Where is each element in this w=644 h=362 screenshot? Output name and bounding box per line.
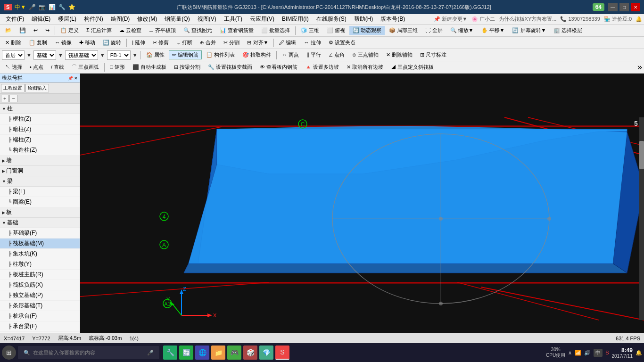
split-by-beam-btn[interactable]: ⊟ 按梁分割 bbox=[171, 63, 204, 72]
taskbar-app-2[interactable]: 🔄 bbox=[179, 346, 193, 360]
item-raft-foundation[interactable]: ┣筏板基础(M) bbox=[0, 239, 80, 249]
extend-btn[interactable]: | 延伸 bbox=[129, 38, 149, 47]
search-bar[interactable]: 🔍 在这里输入你要搜索的内容 🎤 bbox=[18, 346, 159, 359]
align-btn[interactable]: ⊟ 对齐▼ bbox=[244, 38, 272, 47]
minimize-button[interactable]: — bbox=[608, 3, 618, 11]
maximize-button[interactable]: □ bbox=[619, 3, 629, 11]
floor-select[interactable]: 首层 bbox=[2, 50, 25, 60]
new-change-btn[interactable]: 📌 新建变更▼ bbox=[434, 16, 468, 23]
taskbar-app-7[interactable]: 💎 bbox=[259, 346, 273, 360]
move-btn[interactable]: ✚ 移动 bbox=[76, 38, 99, 47]
taskbar-app-ggj[interactable]: S bbox=[275, 346, 289, 360]
menu-tools[interactable]: 工具(T) bbox=[220, 15, 246, 24]
item-ring-beam[interactable]: ┗圈梁(E) bbox=[0, 197, 80, 207]
cancel-slope-btn[interactable]: ✕ 取消所有边坡 bbox=[343, 63, 387, 72]
item-frame-column[interactable]: ┣框柱(Z) bbox=[0, 114, 80, 124]
zoom-btn[interactable]: 🔍 缩放▼ bbox=[447, 26, 477, 35]
menu-rebar[interactable]: 钢筋量(Q) bbox=[161, 15, 193, 24]
three-point-raft-btn[interactable]: ◢ 三点定义斜筏板 bbox=[388, 63, 437, 72]
sidebar-close-btn[interactable]: ✕ bbox=[74, 76, 78, 81]
menu-online[interactable]: 在线服务(S) bbox=[313, 15, 350, 24]
calc-btn[interactable]: Σ 汇总计算 bbox=[83, 26, 115, 35]
item-pile-cap-beam[interactable]: ┣承台梁(F) bbox=[0, 321, 80, 332]
point-btn[interactable]: • 点点 bbox=[26, 63, 47, 72]
save-btn[interactable]: 💾 bbox=[16, 26, 29, 34]
parallel-btn[interactable]: ∥ 平行 bbox=[303, 50, 324, 59]
base-select[interactable]: 基础 bbox=[33, 50, 56, 60]
section-column-label[interactable]: ▼ 柱 bbox=[0, 104, 80, 114]
split-btn[interactable]: ✂ 分割 bbox=[220, 38, 243, 47]
fullscreen-btn[interactable]: ⛶ 全屏 bbox=[422, 26, 446, 35]
item-pit[interactable]: ┣集水坑(K) bbox=[0, 249, 80, 259]
pick-elem-btn[interactable]: 🎯 抬取构件 bbox=[239, 50, 274, 59]
notification-icon[interactable]: 🔔 bbox=[636, 350, 642, 356]
level-top-btn[interactable]: ⚊ 齐平板顶 bbox=[146, 26, 179, 35]
define-btn[interactable]: 📋 定义 bbox=[57, 26, 82, 35]
taskbar-app-3[interactable]: 🌐 bbox=[195, 346, 209, 360]
expand-toolbar-btn[interactable]: » bbox=[637, 62, 642, 72]
mirror-btn[interactable]: ↔ 镜像 bbox=[51, 38, 75, 47]
select-tool-btn[interactable]: ↖ 选择 bbox=[2, 63, 25, 72]
select-floor-btn[interactable]: 🏢 选择楼层 bbox=[550, 26, 586, 35]
menu-modify[interactable]: 修改(M) bbox=[133, 15, 161, 24]
item-isolated-found[interactable]: ┣独立基础(P) bbox=[0, 290, 80, 301]
local-3d-btn[interactable]: 📦 局部三维 bbox=[386, 26, 421, 35]
open-btn[interactable]: 📂 bbox=[2, 26, 15, 34]
section-slab-label[interactable]: ▶ 板 bbox=[0, 207, 80, 218]
menu-bim[interactable]: BIM应用(I) bbox=[278, 15, 313, 24]
tray-arrow[interactable]: ∧ bbox=[568, 350, 572, 356]
taskbar-app-4[interactable]: 📁 bbox=[211, 346, 225, 360]
item-col-head[interactable]: ┣柱墩(Y) bbox=[0, 259, 80, 270]
elem-list-btn[interactable]: 📋 构件列表 bbox=[203, 50, 238, 59]
undo-btn[interactable]: ↩ bbox=[30, 26, 41, 34]
arc-btn[interactable]: ⌒ 三点画弧 bbox=[68, 63, 102, 72]
delete-btn[interactable]: ✕ 删除 bbox=[2, 38, 25, 47]
3d-btn[interactable]: 🧊 三维 bbox=[297, 26, 322, 35]
taskbar-app-6[interactable]: 🎲 bbox=[243, 346, 257, 360]
set-slope-btn[interactable]: 🔺 设置多边坡 bbox=[302, 63, 342, 72]
line-btn[interactable]: / 直线 bbox=[48, 63, 67, 72]
taskbar-app-1[interactable]: 🔧 bbox=[163, 346, 177, 360]
menu-file[interactable]: 文件(F) bbox=[2, 15, 28, 24]
section-foundation-label[interactable]: ▼ 基础 bbox=[0, 218, 80, 228]
two-point-btn[interactable]: ↔ 两点 bbox=[279, 50, 302, 59]
section-beam-label[interactable]: ▼ 梁 bbox=[0, 176, 80, 187]
menu-cloud[interactable]: 云应用(V) bbox=[246, 15, 278, 24]
stretch-btn[interactable]: ↔ 拉伸 bbox=[301, 38, 324, 47]
view-rebar-btn[interactable]: 📊 查看钢筋量 bbox=[216, 26, 257, 35]
edit-rebar-btn[interactable]: ✏ 编辑钢筋 bbox=[169, 50, 202, 59]
trim-btn[interactable]: ✂ 修剪 bbox=[149, 38, 172, 47]
item-struct-column[interactable]: ┗构造柱(Z) bbox=[0, 145, 80, 156]
grip-btn[interactable]: ⚙ 设置夹点 bbox=[325, 38, 359, 47]
menu-help[interactable]: 帮助(H) bbox=[350, 15, 377, 24]
point-angle-btn[interactable]: ∠ 点角 bbox=[325, 50, 348, 59]
project-settings-btn[interactable]: 工程设置 bbox=[1, 84, 25, 92]
screen-rotate-btn[interactable]: 🔄 屏幕旋转▼ bbox=[509, 26, 549, 35]
find-elem-btn[interactable]: 🔍 查找图元 bbox=[180, 26, 215, 35]
type-select[interactable]: 筏板基础 bbox=[65, 50, 98, 60]
pan-btn[interactable]: ✋ 平移▼ bbox=[478, 26, 508, 35]
item-end-column[interactable]: ┣端柱(Z) bbox=[0, 135, 80, 145]
viewport[interactable]: C A 4 5 A1 Z bbox=[80, 74, 644, 362]
dynamic-observe-btn[interactable]: 🔄 动态观察 bbox=[349, 26, 385, 35]
menu-view[interactable]: 视图(V) bbox=[194, 15, 220, 24]
section-door-label[interactable]: ▶ 门窗洞 bbox=[0, 166, 80, 176]
break-btn[interactable]: ⌄ 打断 bbox=[173, 38, 196, 47]
three-point-axis-btn[interactable]: ⊕ 三点辅轴 bbox=[349, 50, 382, 59]
item-foundation-beam[interactable]: ┣基础梁(F) bbox=[0, 228, 80, 239]
menu-floor[interactable]: 楼层(L) bbox=[54, 15, 80, 24]
dim-btn[interactable]: ⊞ 尺寸标注 bbox=[417, 50, 450, 59]
item-beam[interactable]: ┣梁(L) bbox=[0, 187, 80, 197]
menu-draw[interactable]: 绘图(D) bbox=[107, 15, 134, 24]
item-pile-cap[interactable]: ┣桩承台(F) bbox=[0, 311, 80, 321]
item-hidden-column[interactable]: ┣暗柱(Z) bbox=[0, 124, 80, 135]
auto-gen-btn[interactable]: ⬛ 自动生成板 bbox=[129, 63, 170, 72]
sidebar-minus-btn[interactable]: − bbox=[9, 95, 17, 102]
edit-prop-btn[interactable]: 🖊 编辑 bbox=[276, 38, 299, 47]
sidebar-pin-btn[interactable]: 📌 bbox=[68, 76, 73, 81]
copy-btn[interactable]: 📋 复制 bbox=[25, 38, 50, 47]
taskbar-app-5[interactable]: 🎮 bbox=[227, 346, 241, 360]
draw-input-btn[interactable]: 绘图输入 bbox=[25, 84, 49, 92]
menu-edit[interactable]: 编辑(E) bbox=[28, 15, 54, 24]
section-wall-label[interactable]: ▶ 墙 bbox=[0, 156, 80, 166]
